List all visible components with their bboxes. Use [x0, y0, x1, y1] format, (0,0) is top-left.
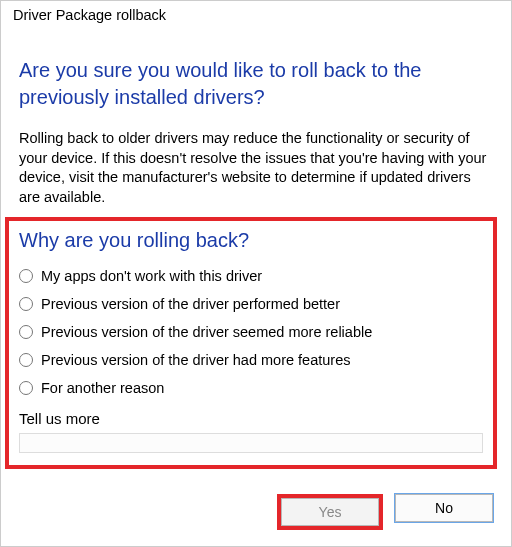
- reason-label: Previous version of the driver had more …: [41, 352, 350, 368]
- reason-radio[interactable]: [19, 297, 33, 311]
- reason-section: Why are you rolling back? My apps don't …: [5, 217, 497, 469]
- no-button-label: No: [435, 500, 453, 516]
- reason-label: My apps don't work with this driver: [41, 268, 262, 284]
- reason-radio[interactable]: [19, 269, 33, 283]
- reason-radio[interactable]: [19, 381, 33, 395]
- reason-option-more-features[interactable]: Previous version of the driver had more …: [19, 352, 483, 368]
- reason-radio[interactable]: [19, 325, 33, 339]
- reason-label: Previous version of the driver seemed mo…: [41, 324, 372, 340]
- dialog-footer: Yes No: [1, 474, 511, 546]
- reason-radio[interactable]: [19, 353, 33, 367]
- reason-label: Previous version of the driver performed…: [41, 296, 340, 312]
- tellus-label: Tell us more: [19, 410, 483, 427]
- reason-options: My apps don't work with this driver Prev…: [19, 268, 483, 396]
- reason-option-apps[interactable]: My apps don't work with this driver: [19, 268, 483, 284]
- no-button[interactable]: No: [395, 494, 493, 522]
- tellus-input[interactable]: [19, 433, 483, 453]
- yes-button[interactable]: Yes: [281, 498, 379, 526]
- reason-option-more-reliable[interactable]: Previous version of the driver seemed mo…: [19, 324, 483, 340]
- yes-button-label: Yes: [319, 504, 342, 520]
- dialog-content: Are you sure you would like to roll back…: [1, 25, 511, 474]
- reason-heading: Why are you rolling back?: [19, 229, 483, 252]
- reason-option-performed-better[interactable]: Previous version of the driver performed…: [19, 296, 483, 312]
- reason-label: For another reason: [41, 380, 164, 396]
- reason-option-other[interactable]: For another reason: [19, 380, 483, 396]
- window-title: Driver Package rollback: [1, 1, 511, 25]
- confirm-heading: Are you sure you would like to roll back…: [19, 57, 493, 111]
- yes-button-highlight: Yes: [277, 494, 383, 530]
- warning-text: Rolling back to older drivers may reduce…: [19, 129, 493, 207]
- rollback-dialog: Driver Package rollback Are you sure you…: [0, 0, 512, 547]
